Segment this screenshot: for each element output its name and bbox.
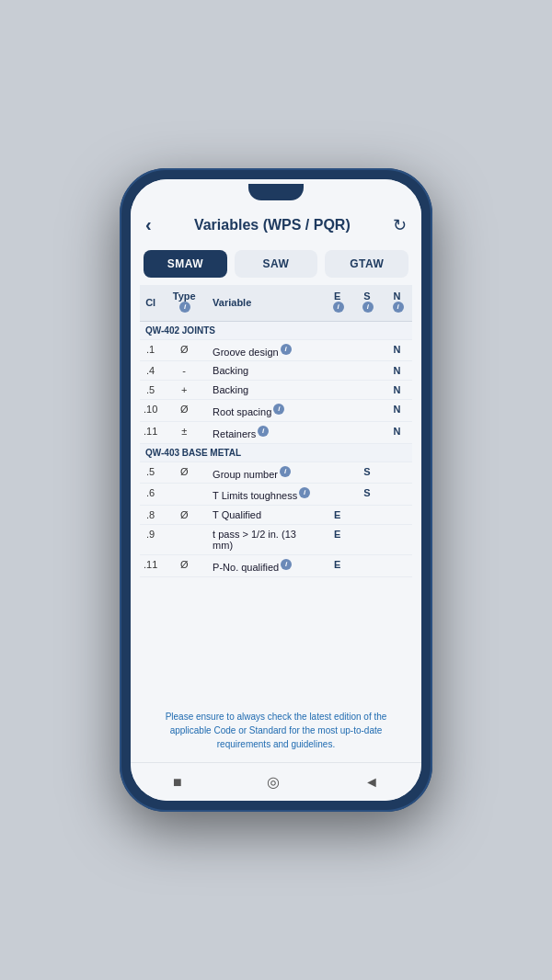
variable-info-icon[interactable]: i (281, 559, 292, 570)
cell-cl: .1 (140, 339, 161, 361)
tab-smaw[interactable]: SMAW (144, 250, 227, 278)
cell-s: S (352, 484, 382, 506)
page-title: Variables (WPS / PQR) (194, 217, 351, 234)
cell-cl: .8 (140, 505, 161, 524)
cell-cl: .5 (140, 381, 161, 400)
cell-n (382, 505, 412, 524)
tab-gtaw[interactable]: GTAW (325, 250, 408, 278)
cell-cl: .6 (140, 484, 161, 506)
n-info-icon[interactable]: i (393, 302, 404, 313)
col-e: E i (322, 285, 351, 321)
cell-variable: T Qualified (207, 505, 322, 524)
col-s: S i (352, 285, 382, 321)
cell-s (352, 339, 382, 361)
cell-s: S (352, 462, 382, 484)
cell-variable: Backing (207, 381, 322, 400)
variable-info-icon[interactable]: i (273, 404, 284, 415)
s-info-icon[interactable]: i (362, 302, 374, 313)
cell-cl: .5 (140, 462, 161, 484)
cell-s (352, 361, 382, 381)
table-row: .10ØRoot spacingiN (140, 400, 412, 422)
variable-info-icon[interactable]: i (281, 344, 292, 355)
cell-type (161, 484, 207, 506)
cell-n (382, 484, 412, 506)
cell-e (322, 484, 351, 506)
cell-variable: Group numberi (207, 462, 322, 484)
phone-frame: ‹ Variables (WPS / PQR) ↻ SMAW SAW GTAW … (120, 168, 432, 812)
cell-n: N (382, 339, 412, 361)
cell-cl: .9 (140, 524, 161, 554)
type-info-icon[interactable]: i (179, 302, 190, 313)
cell-s (352, 505, 382, 524)
cell-cl: .10 (140, 400, 161, 422)
cell-n (382, 524, 412, 554)
cell-cl: .4 (140, 361, 161, 381)
cell-s (352, 400, 382, 422)
cell-type: - (161, 361, 207, 381)
cell-n: N (382, 421, 412, 443)
cell-n: N (382, 400, 412, 422)
table-row: .5+BackingN (140, 381, 412, 400)
cell-variable: Groove designi (207, 339, 322, 361)
cell-n: N (382, 381, 412, 400)
screen-content: ‹ Variables (WPS / PQR) ↻ SMAW SAW GTAW … (131, 205, 421, 762)
cell-variable: Root spacingi (207, 400, 322, 422)
cell-type: Ø (161, 400, 207, 422)
table-row: .5ØGroup numberiS (140, 462, 412, 484)
cell-e (322, 400, 351, 422)
cell-type: Ø (161, 339, 207, 361)
header: ‹ Variables (WPS / PQR) ↻ (131, 205, 421, 243)
cell-e (322, 381, 351, 400)
cell-n: N (382, 361, 412, 381)
cell-variable: Backing (207, 361, 322, 381)
cell-type: Ø (161, 505, 207, 524)
nav-square-icon[interactable]: ■ (173, 774, 182, 791)
col-type: Type i (161, 285, 207, 321)
cell-type: + (161, 381, 207, 400)
table-row: QW-402 JOINTS (140, 321, 412, 339)
tab-buttons: SMAW SAW GTAW (131, 243, 421, 285)
col-cl: Cl (140, 285, 161, 321)
table-row: .9t pass > 1/2 in. (13 mm)E (140, 524, 412, 554)
variable-info-icon[interactable]: i (299, 487, 310, 498)
phone-screen: ‹ Variables (WPS / PQR) ↻ SMAW SAW GTAW … (131, 179, 421, 801)
notch (248, 184, 304, 200)
variable-info-icon[interactable]: i (280, 466, 291, 477)
cell-type (161, 524, 207, 554)
cell-cl: .11 (140, 554, 161, 576)
cell-e (322, 361, 351, 381)
bottom-nav: ■ ◎ ◄ (131, 762, 421, 801)
table-header-row: Cl Type i Variable E i S i N i (140, 285, 412, 321)
tab-saw[interactable]: SAW (235, 250, 318, 278)
notch-bar (131, 179, 421, 205)
cell-e (322, 421, 351, 443)
table-row: .11±RetainersiN (140, 421, 412, 443)
cell-e (322, 339, 351, 361)
section-header: QW-402 JOINTS (140, 321, 412, 339)
variables-table: Cl Type i Variable E i S i N i QW-402 JO… (140, 285, 412, 577)
table-container: Cl Type i Variable E i S i N i QW-402 JO… (131, 285, 421, 699)
cell-variable: t pass > 1/2 in. (13 mm) (207, 524, 322, 554)
nav-home-icon[interactable]: ◎ (267, 773, 280, 791)
table-row: .11ØP-No. qualifiediE (140, 554, 412, 576)
cell-variable: T Limits toughnessi (207, 484, 322, 506)
cell-type: Ø (161, 554, 207, 576)
cell-e: E (322, 524, 351, 554)
cell-s (352, 381, 382, 400)
refresh-button[interactable]: ↻ (393, 215, 407, 235)
cell-type: Ø (161, 462, 207, 484)
section-header: QW-403 BASE METAL (140, 443, 412, 462)
variable-info-icon[interactable]: i (258, 426, 269, 437)
table-row: .1ØGroove designiN (140, 339, 412, 361)
cell-n (382, 554, 412, 576)
e-info-icon[interactable]: i (333, 302, 344, 313)
nav-back-icon[interactable]: ◄ (364, 774, 379, 791)
cell-variable: Retainersi (207, 421, 322, 443)
cell-n (382, 462, 412, 484)
back-button[interactable]: ‹ (145, 214, 152, 235)
table-row: .8ØT QualifiedE (140, 505, 412, 524)
cell-s (352, 421, 382, 443)
cell-s (352, 554, 382, 576)
cell-cl: .11 (140, 421, 161, 443)
col-variable: Variable (207, 285, 322, 321)
